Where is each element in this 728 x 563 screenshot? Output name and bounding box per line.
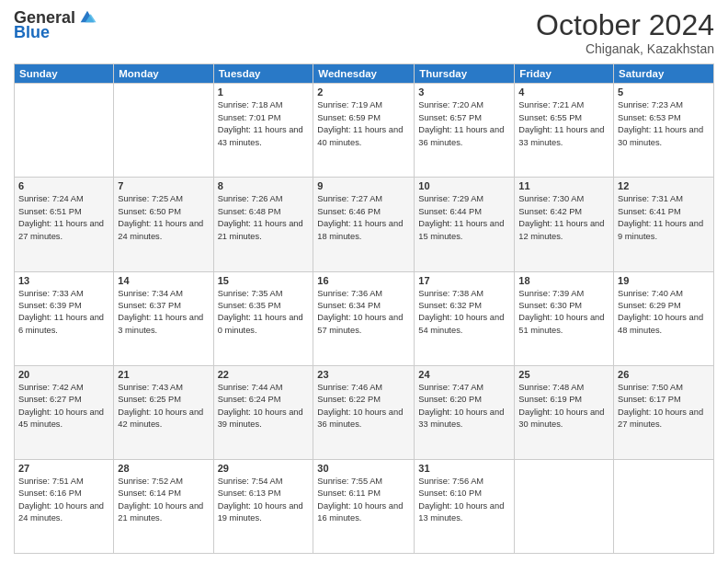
col-header-monday: Monday (114, 64, 213, 84)
page: General Blue October 2024 Chiganak, Kaza… (0, 0, 728, 563)
day-cell: 24Sunrise: 7:47 AM Sunset: 6:20 PM Dayli… (415, 365, 515, 459)
day-info: Sunrise: 7:18 AM Sunset: 7:01 PM Dayligh… (218, 99, 310, 149)
day-info: Sunrise: 7:52 AM Sunset: 6:14 PM Dayligh… (118, 476, 209, 525)
day-info: Sunrise: 7:38 AM Sunset: 6:32 PM Dayligh… (418, 288, 510, 338)
day-number: 14 (118, 275, 209, 286)
day-cell: 16Sunrise: 7:36 AM Sunset: 6:34 PM Dayli… (313, 271, 415, 365)
day-cell: 23Sunrise: 7:46 AM Sunset: 6:22 PM Dayli… (313, 365, 415, 459)
day-number: 3 (418, 86, 510, 98)
day-info: Sunrise: 7:19 AM Sunset: 6:59 PM Dayligh… (317, 99, 410, 149)
day-cell: 11Sunrise: 7:30 AM Sunset: 6:42 PM Dayli… (515, 178, 614, 271)
day-number: 9 (317, 180, 410, 191)
location-subtitle: Chiganak, Kazakhstan (536, 41, 714, 56)
day-info: Sunrise: 7:20 AM Sunset: 6:57 PM Dayligh… (418, 99, 510, 149)
day-cell: 1Sunrise: 7:18 AM Sunset: 7:01 PM Daylig… (213, 84, 313, 178)
day-cell: 10Sunrise: 7:29 AM Sunset: 6:44 PM Dayli… (415, 178, 515, 271)
col-header-wednesday: Wednesday (313, 64, 415, 84)
col-header-thursday: Thursday (415, 64, 515, 84)
day-number: 21 (118, 369, 209, 380)
day-cell: 5Sunrise: 7:23 AM Sunset: 6:53 PM Daylig… (614, 84, 714, 178)
day-cell: 8Sunrise: 7:26 AM Sunset: 6:48 PM Daylig… (213, 178, 313, 271)
day-number: 4 (518, 86, 609, 98)
week-row-3: 13Sunrise: 7:33 AM Sunset: 6:39 PM Dayli… (15, 271, 714, 365)
day-info: Sunrise: 7:35 AM Sunset: 6:35 PM Dayligh… (218, 288, 310, 338)
header-row: SundayMondayTuesdayWednesdayThursdayFrid… (15, 64, 714, 84)
day-cell: 27Sunrise: 7:51 AM Sunset: 6:16 PM Dayli… (15, 459, 114, 553)
day-cell (515, 459, 614, 553)
day-cell: 7Sunrise: 7:25 AM Sunset: 6:50 PM Daylig… (114, 178, 213, 271)
day-number: 17 (418, 275, 510, 286)
day-number: 1 (218, 86, 310, 98)
day-cell: 14Sunrise: 7:34 AM Sunset: 6:37 PM Dayli… (114, 271, 213, 365)
title-area: October 2024 Chiganak, Kazakhstan (536, 9, 714, 56)
day-info: Sunrise: 7:46 AM Sunset: 6:22 PM Dayligh… (317, 382, 410, 431)
logo-icon (77, 7, 97, 28)
day-info: Sunrise: 7:54 AM Sunset: 6:13 PM Dayligh… (218, 476, 310, 525)
day-cell: 2Sunrise: 7:19 AM Sunset: 6:59 PM Daylig… (313, 84, 415, 178)
day-info: Sunrise: 7:50 AM Sunset: 6:17 PM Dayligh… (618, 382, 710, 431)
day-cell: 15Sunrise: 7:35 AM Sunset: 6:35 PM Dayli… (213, 271, 313, 365)
day-cell: 20Sunrise: 7:42 AM Sunset: 6:27 PM Dayli… (15, 365, 114, 459)
day-info: Sunrise: 7:40 AM Sunset: 6:29 PM Dayligh… (618, 288, 710, 338)
day-number: 18 (518, 275, 609, 286)
day-info: Sunrise: 7:24 AM Sunset: 6:51 PM Dayligh… (18, 193, 109, 243)
day-number: 22 (218, 369, 310, 380)
day-info: Sunrise: 7:21 AM Sunset: 6:55 PM Dayligh… (518, 99, 609, 149)
day-cell: 12Sunrise: 7:31 AM Sunset: 6:41 PM Dayli… (614, 178, 714, 271)
col-header-friday: Friday (515, 64, 614, 84)
day-info: Sunrise: 7:48 AM Sunset: 6:19 PM Dayligh… (518, 382, 609, 431)
day-info: Sunrise: 7:55 AM Sunset: 6:11 PM Dayligh… (317, 476, 410, 525)
day-info: Sunrise: 7:51 AM Sunset: 6:16 PM Dayligh… (18, 476, 109, 525)
day-cell: 4Sunrise: 7:21 AM Sunset: 6:55 PM Daylig… (515, 84, 614, 178)
logo: General Blue (14, 9, 97, 42)
day-number: 11 (518, 180, 609, 191)
day-info: Sunrise: 7:26 AM Sunset: 6:48 PM Dayligh… (218, 193, 310, 243)
day-number: 5 (618, 86, 710, 98)
day-cell (614, 459, 714, 553)
day-cell (114, 84, 213, 178)
day-info: Sunrise: 7:31 AM Sunset: 6:41 PM Dayligh… (618, 193, 710, 243)
day-cell: 21Sunrise: 7:43 AM Sunset: 6:25 PM Dayli… (114, 365, 213, 459)
day-cell: 13Sunrise: 7:33 AM Sunset: 6:39 PM Dayli… (15, 271, 114, 365)
day-info: Sunrise: 7:47 AM Sunset: 6:20 PM Dayligh… (418, 382, 510, 431)
day-info: Sunrise: 7:25 AM Sunset: 6:50 PM Dayligh… (118, 193, 209, 243)
day-number: 27 (18, 463, 109, 474)
day-info: Sunrise: 7:33 AM Sunset: 6:39 PM Dayligh… (18, 288, 109, 338)
day-info: Sunrise: 7:42 AM Sunset: 6:27 PM Dayligh… (18, 382, 109, 431)
day-number: 26 (618, 369, 710, 380)
day-number: 23 (317, 369, 410, 380)
day-info: Sunrise: 7:44 AM Sunset: 6:24 PM Dayligh… (218, 382, 310, 431)
day-info: Sunrise: 7:29 AM Sunset: 6:44 PM Dayligh… (418, 193, 510, 243)
day-number: 15 (218, 275, 310, 286)
day-info: Sunrise: 7:34 AM Sunset: 6:37 PM Dayligh… (118, 288, 209, 338)
day-cell: 9Sunrise: 7:27 AM Sunset: 6:46 PM Daylig… (313, 178, 415, 271)
day-cell: 17Sunrise: 7:38 AM Sunset: 6:32 PM Dayli… (415, 271, 515, 365)
day-info: Sunrise: 7:36 AM Sunset: 6:34 PM Dayligh… (317, 288, 410, 338)
day-info: Sunrise: 7:23 AM Sunset: 6:53 PM Dayligh… (618, 99, 710, 149)
day-number: 2 (317, 86, 410, 98)
day-cell: 6Sunrise: 7:24 AM Sunset: 6:51 PM Daylig… (15, 178, 114, 271)
day-cell: 22Sunrise: 7:44 AM Sunset: 6:24 PM Dayli… (213, 365, 313, 459)
header: General Blue October 2024 Chiganak, Kaza… (14, 9, 714, 56)
day-info: Sunrise: 7:43 AM Sunset: 6:25 PM Dayligh… (118, 382, 209, 431)
day-cell: 30Sunrise: 7:55 AM Sunset: 6:11 PM Dayli… (313, 459, 415, 553)
day-cell: 28Sunrise: 7:52 AM Sunset: 6:14 PM Dayli… (114, 459, 213, 553)
day-number: 12 (618, 180, 710, 191)
col-header-tuesday: Tuesday (213, 64, 313, 84)
day-cell (15, 84, 114, 178)
day-number: 20 (18, 369, 109, 380)
day-cell: 3Sunrise: 7:20 AM Sunset: 6:57 PM Daylig… (415, 84, 515, 178)
day-cell: 29Sunrise: 7:54 AM Sunset: 6:13 PM Dayli… (213, 459, 313, 553)
logo-blue: Blue (14, 24, 50, 42)
day-number: 13 (18, 275, 109, 286)
day-info: Sunrise: 7:27 AM Sunset: 6:46 PM Dayligh… (317, 193, 410, 243)
week-row-1: 1Sunrise: 7:18 AM Sunset: 7:01 PM Daylig… (15, 84, 714, 178)
month-title: October 2024 (536, 9, 714, 41)
day-cell: 18Sunrise: 7:39 AM Sunset: 6:30 PM Dayli… (515, 271, 614, 365)
day-cell: 25Sunrise: 7:48 AM Sunset: 6:19 PM Dayli… (515, 365, 614, 459)
day-number: 7 (118, 180, 209, 191)
day-number: 10 (418, 180, 510, 191)
day-info: Sunrise: 7:30 AM Sunset: 6:42 PM Dayligh… (518, 193, 609, 243)
week-row-5: 27Sunrise: 7:51 AM Sunset: 6:16 PM Dayli… (15, 459, 714, 553)
col-header-sunday: Sunday (15, 64, 114, 84)
